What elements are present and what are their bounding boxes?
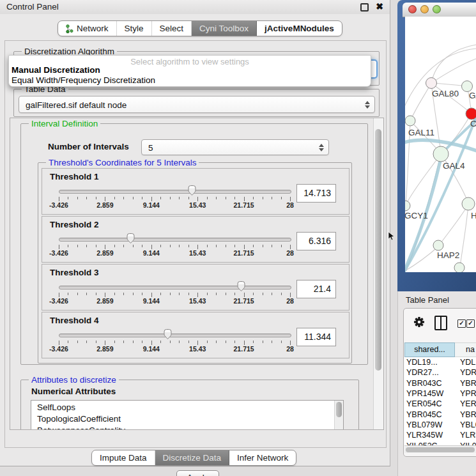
- slider-tick: [281, 245, 282, 247]
- scrollbar-thumb[interactable]: [406, 447, 475, 452]
- tab-style[interactable]: Style: [117, 21, 152, 36]
- table-row[interactable]: YDR27...YDR2: [404, 367, 476, 378]
- checkbox-icon[interactable]: ✓: [466, 319, 475, 328]
- tab-network[interactable]: Network: [58, 21, 117, 36]
- cell-name[interactable]: YER0: [455, 399, 476, 408]
- cell-shared-name[interactable]: YPR145W: [404, 389, 455, 398]
- network-node-red-node[interactable]: [466, 108, 476, 119]
- float-window-icon[interactable]: [360, 3, 369, 12]
- close-icon[interactable]: ✖: [376, 1, 383, 12]
- table-row[interactable]: YBR043CYBR0: [404, 378, 476, 388]
- network-node-H-clipped[interactable]: [462, 197, 475, 210]
- slider-tick: [96, 341, 96, 343]
- network-node-HAP2[interactable]: [433, 240, 443, 250]
- cell-shared-name[interactable]: YLR345W: [404, 431, 455, 440]
- slider-tick: [142, 245, 142, 247]
- attribute-list-item[interactable]: SelfLoops: [31, 402, 343, 413]
- slider-tick: [105, 341, 105, 345]
- cell-shared-name[interactable]: YBL079W: [404, 420, 455, 429]
- tab-cyni-toolbox[interactable]: Cyni Toolbox: [192, 21, 257, 36]
- threshold-value-field[interactable]: 14.713: [296, 184, 336, 203]
- cell-name[interactable]: YBR0: [455, 410, 476, 419]
- slider-tick: [216, 341, 217, 343]
- slider-tick: [114, 293, 115, 295]
- tab-impute-data[interactable]: Impute Data: [92, 450, 155, 465]
- tab-infer-network[interactable]: Infer Network: [229, 450, 296, 465]
- slider-track[interactable]: [59, 334, 291, 337]
- slider-tick: [142, 341, 142, 343]
- gear-icon[interactable]: [413, 316, 425, 328]
- attribute-list-item[interactable]: BetweennessCentrality: [31, 425, 343, 430]
- table-row[interactable]: YDL19...YDL1: [404, 357, 476, 367]
- slider-thumb[interactable]: [236, 280, 246, 292]
- network-view-window: GAL80GACGAL11GAL4GCY1HHAP2: [397, 0, 476, 291]
- table-row[interactable]: YER054CYER0: [404, 399, 476, 409]
- algorithm-dropdown-popup: Select algorithm to view settings Manual…: [8, 55, 371, 87]
- attributes-listbox[interactable]: SelfLoopsTopologicalCoefficientBetweenne…: [31, 400, 344, 430]
- table-row[interactable]: YLR345WYLR3: [404, 430, 476, 440]
- cell-name[interactable]: YDL1: [455, 358, 476, 367]
- settings-scroll-panel: Interval Definition Number of Intervals …: [10, 118, 384, 430]
- apply-button[interactable]: Apply: [176, 470, 219, 476]
- network-node-GCY1[interactable]: [405, 201, 410, 211]
- cell-name[interactable]: YBR0: [455, 379, 476, 388]
- slider-tick: [188, 245, 189, 247]
- slider-tick: [105, 197, 105, 201]
- network-canvas[interactable]: GAL80GACGAL11GAL4GCY1HHAP2: [405, 17, 476, 272]
- slider-tick: [170, 341, 171, 343]
- slider-tick: [160, 341, 161, 343]
- tab-jactivemnodules[interactable]: jActiveMNodules: [257, 21, 342, 36]
- slider-tick: [290, 293, 291, 297]
- cell-name[interactable]: YBL0: [455, 420, 476, 429]
- settings-vertical-scrollbar[interactable]: [373, 118, 383, 429]
- slider-tick-label: 28: [286, 249, 294, 257]
- slider-tick-label: -3.426: [49, 345, 68, 353]
- minimize-traffic-light-icon[interactable]: [420, 5, 429, 13]
- table-data-combobox[interactable]: galFiltered.sif default node: [19, 96, 375, 113]
- tab-select[interactable]: Select: [152, 21, 192, 36]
- cell-shared-name[interactable]: YBR045C: [404, 410, 455, 419]
- cell-shared-name[interactable]: YER054C: [404, 399, 455, 408]
- threshold-value-field[interactable]: 11.344: [296, 328, 336, 346]
- cell-name[interactable]: YLR3: [455, 431, 476, 440]
- column-header-shared-name[interactable]: shared...: [404, 342, 455, 357]
- table-row[interactable]: YBR045CYBR0: [404, 409, 476, 419]
- threshold-value-field[interactable]: 21.4: [296, 280, 336, 298]
- interval-definition-groupbox: Interval Definition Number of Intervals …: [20, 123, 368, 365]
- slider-thumb[interactable]: [163, 328, 173, 340]
- close-traffic-light-icon[interactable]: [408, 5, 417, 13]
- cell-shared-name[interactable]: YBR043C: [404, 379, 455, 388]
- cell-shared-name[interactable]: YDL19...: [404, 358, 455, 367]
- zoom-traffic-light-icon[interactable]: [433, 5, 441, 13]
- slider-track[interactable]: [59, 286, 291, 289]
- cell-name[interactable]: YDR2: [455, 368, 476, 377]
- tab-label: jActiveMNodules: [265, 24, 334, 33]
- checkbox-icon[interactable]: ✓: [457, 319, 466, 328]
- algorithm-option-1[interactable]: Manual Discretization: [12, 65, 100, 75]
- slider-track[interactable]: [59, 190, 291, 194]
- threshold-value-field[interactable]: 6.316: [296, 232, 336, 250]
- cell-shared-name[interactable]: YDR27...: [404, 368, 455, 377]
- algorithm-option-2[interactable]: Equal Width/Frequency Discretization: [12, 75, 155, 85]
- slider-thumb[interactable]: [187, 185, 197, 196]
- slider-tick: [226, 341, 226, 343]
- table-row[interactable]: YPR145WYPR1: [404, 388, 476, 399]
- slider-thumb[interactable]: [126, 233, 135, 244]
- attribute-list-item[interactable]: TopologicalCoefficient: [31, 413, 343, 425]
- column-header-name[interactable]: na: [455, 342, 476, 357]
- cell-name[interactable]: YPR1: [455, 389, 476, 398]
- attributes-list-scrollbar[interactable]: [334, 401, 343, 430]
- table-row[interactable]: YBL079WYBL0: [404, 420, 476, 430]
- network-node-GAL80[interactable]: [426, 78, 437, 89]
- slider-tick: [170, 293, 171, 295]
- network-node-GAL4[interactable]: [433, 146, 449, 162]
- tab-discretize-data[interactable]: Discretize Data: [155, 450, 230, 465]
- column-layout-icon[interactable]: [434, 316, 447, 330]
- scrollbar-thumb[interactable]: [375, 129, 381, 371]
- network-node-GAL11[interactable]: [405, 116, 415, 126]
- table-horizontal-scrollbar[interactable]: [404, 445, 476, 453]
- num-intervals-combobox[interactable]: 5: [141, 139, 329, 155]
- slider-track[interactable]: [59, 238, 291, 242]
- network-node-bottom-node[interactable]: [454, 263, 464, 272]
- network-node-GA-clipped[interactable]: [462, 81, 473, 92]
